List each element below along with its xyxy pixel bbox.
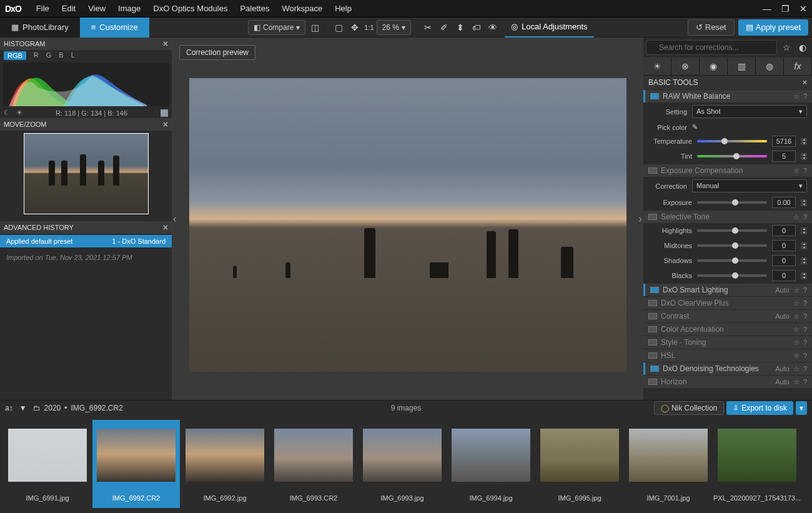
shadows-slider[interactable] [697, 259, 767, 262]
blacks-spinner[interactable]: ▴▾ [801, 272, 807, 279]
history-item[interactable]: Applied default preset 1 - DxO Standard [0, 235, 172, 247]
breadcrumb[interactable]: 🗀 2020 • IMG_6992.CR2 [33, 404, 123, 412]
histo-tab-b[interactable]: B [59, 51, 63, 60]
histo-tab-rgb[interactable]: RGB [4, 51, 26, 60]
star-icon[interactable]: ☆ [793, 299, 800, 307]
style-toning-section[interactable]: Style - Toning☆? [643, 336, 812, 349]
histogram-close-icon[interactable]: × [163, 39, 168, 49]
midtones-slider[interactable] [697, 244, 767, 247]
nik-collection-button[interactable]: ◯Nik Collection [654, 401, 724, 415]
help-icon[interactable]: ? [803, 365, 807, 373]
star-icon[interactable]: ☆ [793, 286, 800, 294]
menu-help[interactable]: Help [329, 4, 358, 13]
blacks-slider[interactable] [697, 274, 767, 277]
star-icon[interactable]: ☆ [793, 213, 800, 221]
eyedropper-icon[interactable]: ✎ [692, 123, 698, 131]
local-adjustments-button[interactable]: ◎ Local Adjustments [505, 17, 594, 37]
help-icon[interactable]: ? [803, 286, 807, 294]
sort-icon[interactable]: a↕ [5, 404, 13, 412]
crop-icon[interactable]: ✂ [421, 21, 435, 34]
highlights-slider[interactable] [697, 229, 767, 232]
fit-icon[interactable]: ▢ [332, 21, 345, 34]
help-icon[interactable]: ? [803, 352, 807, 360]
help-icon[interactable]: ? [803, 312, 807, 321]
thumbnail[interactable]: IMG_6993.jpg [359, 420, 446, 508]
hsl-toggle[interactable] [648, 352, 657, 359]
color-accentuation-toggle[interactable] [648, 326, 657, 332]
star-icon[interactable]: ☆ [793, 92, 800, 101]
help-icon[interactable]: ? [803, 299, 807, 307]
thumbnail[interactable]: IMG_7001.jpg [625, 420, 712, 508]
exposure-value[interactable]: 0.00 [772, 197, 796, 208]
tab-geometry[interactable]: ▥ [728, 57, 756, 75]
wb-setting-select[interactable]: As Shot▾ [692, 105, 807, 118]
tag-icon[interactable]: 🏷 [470, 21, 483, 34]
denoise-toggle[interactable] [650, 366, 659, 372]
tab-photolibrary[interactable]: ▦ PhotoLibrary [0, 17, 80, 37]
temperature-value[interactable]: 5716 [772, 136, 796, 147]
smart-lighting-toggle[interactable] [650, 287, 659, 293]
help-icon[interactable]: ? [803, 213, 807, 221]
movezoom-close-icon[interactable]: × [163, 119, 168, 129]
thumbnail[interactable]: PXL_20200927_17543173... [713, 420, 801, 508]
shadows-spinner[interactable]: ▴▾ [801, 257, 807, 264]
help-icon[interactable]: ? [803, 326, 807, 334]
prev-image-arrow[interactable]: ‹ [173, 212, 177, 226]
star-icon[interactable]: ☆ [780, 41, 793, 54]
help-icon[interactable]: ? [803, 339, 807, 347]
star-icon[interactable]: ☆ [793, 365, 800, 373]
tab-customize[interactable]: ≡ Customize [80, 17, 149, 37]
blacks-value[interactable]: 0 [772, 270, 796, 281]
export-dropdown[interactable]: ▾ [796, 401, 807, 415]
contrast-section[interactable]: ContrastAuto☆? [643, 310, 812, 322]
highlights-value[interactable]: 0 [772, 225, 796, 236]
smart-lighting-section[interactable]: DxO Smart LightingAuto☆? [643, 284, 812, 296]
clearview-toggle[interactable] [648, 300, 657, 306]
minimize-icon[interactable]: — [763, 4, 771, 14]
hsl-section[interactable]: HSL☆? [643, 349, 812, 362]
thumbnail[interactable]: IMG_6995.jpg [536, 420, 623, 508]
help-icon[interactable]: ? [803, 378, 807, 386]
midtones-spinner[interactable]: ▴▾ [801, 242, 807, 249]
ratio-1to1[interactable]: 1:1 [364, 21, 374, 34]
move-icon[interactable]: ✥ [348, 21, 362, 34]
tab-fx[interactable]: fx [784, 57, 812, 75]
temperature-slider[interactable] [697, 140, 767, 142]
raw-wb-toggle[interactable] [650, 93, 659, 99]
toggle-icon[interactable]: ◐ [796, 41, 810, 54]
star-icon[interactable]: ☆ [793, 326, 800, 334]
side-by-side-icon[interactable]: ◫ [308, 21, 322, 34]
reset-button[interactable]: ↺ Reset [688, 19, 735, 36]
histo-tab-l[interactable]: L [71, 51, 75, 60]
exposure-slider[interactable] [697, 201, 767, 204]
apply-preset-button[interactable]: ▤ Apply preset [738, 19, 808, 36]
menu-view[interactable]: View [82, 4, 112, 13]
star-icon[interactable]: ☆ [793, 378, 800, 386]
export-button[interactable]: ⇩Export to disk [726, 401, 793, 415]
star-icon[interactable]: ☆ [793, 352, 800, 360]
star-icon[interactable]: ☆ [793, 312, 800, 321]
menu-image[interactable]: Image [112, 4, 147, 13]
selective-tone-section[interactable]: Selective Tone ☆? [643, 211, 812, 223]
shadows-value[interactable]: 0 [772, 255, 796, 266]
horizon-toggle[interactable] [648, 379, 657, 385]
menu-workspace[interactable]: Workspace [275, 4, 329, 13]
thumbnail[interactable]: IMG_6993.CR2 [270, 420, 357, 508]
menu-optics[interactable]: DxO Optics Modules [147, 4, 234, 13]
shadow-clip-icon[interactable]: ☾ [4, 109, 10, 117]
temperature-spinner[interactable]: ▴▾ [801, 138, 807, 145]
help-icon[interactable]: ? [803, 167, 807, 175]
close-icon[interactable]: ✕ [800, 4, 807, 14]
thumbnail[interactable]: IMG_6991.jpg [4, 420, 91, 508]
tab-light[interactable]: ☀ [643, 57, 671, 75]
exposure-comp-toggle[interactable] [648, 167, 657, 174]
next-image-arrow[interactable]: › [638, 212, 642, 226]
search-input[interactable] [646, 40, 777, 55]
horizon-section[interactable]: HorizonAuto☆? [643, 376, 812, 388]
tint-slider[interactable] [697, 155, 767, 157]
correction-select[interactable]: Manual▾ [692, 179, 807, 192]
menu-edit[interactable]: Edit [56, 4, 82, 13]
maximize-icon[interactable]: ❐ [781, 4, 790, 14]
thumbnail[interactable]: IMG_6992.CR2 [92, 420, 180, 508]
thumbnail[interactable]: IMG_6992.jpg [181, 420, 269, 508]
